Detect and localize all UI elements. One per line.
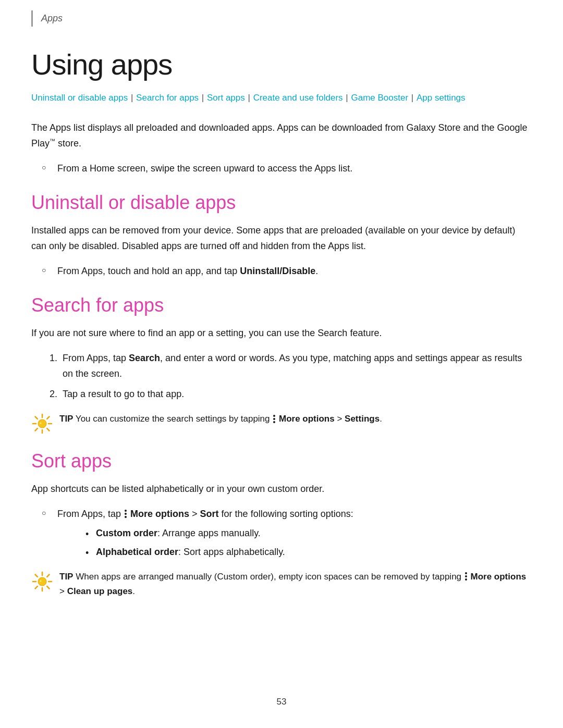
- svg-line-15: [35, 574, 38, 576]
- nav-link-game-booster[interactable]: Game Booster: [351, 93, 409, 103]
- nav-links-container: Uninstall or disable apps | Search for a…: [31, 91, 532, 105]
- sort-sub-item-alpha: Alphabetical order: Sort apps alphabetic…: [83, 545, 532, 560]
- svg-line-7: [47, 417, 49, 419]
- intro-paragraph: The Apps list displays all preloaded and…: [31, 120, 532, 151]
- svg-point-10: [38, 577, 46, 586]
- breadcrumb: Apps: [41, 13, 63, 23]
- sort-sub-item-custom: Custom order: Arrange apps manually.: [83, 526, 532, 541]
- svg-line-5: [35, 417, 38, 419]
- sort-sub-bullet-list: Custom order: Arrange apps manually. Alp…: [83, 526, 532, 560]
- tip-icon-search: [31, 413, 53, 435]
- svg-line-16: [47, 586, 49, 588]
- page-number: 53: [0, 697, 563, 707]
- section-heading-search: Search for apps: [31, 294, 532, 316]
- tip-search-text: TIP You can customize the search setting…: [59, 412, 382, 426]
- more-options-icon-1: [273, 415, 275, 423]
- intro-bullet-item: From a Home screen, swipe the screen upw…: [31, 161, 532, 177]
- tip-sort: TIP When apps are arranged manually (Cus…: [31, 570, 532, 599]
- tip-label-2: TIP: [59, 572, 73, 582]
- tip-label: TIP: [59, 414, 73, 424]
- section-heading-uninstall: Uninstall or disable apps: [31, 192, 532, 214]
- tip-search: TIP You can customize the search setting…: [31, 412, 532, 435]
- svg-point-0: [38, 419, 46, 428]
- more-options-icon-3: [465, 572, 467, 581]
- section-heading-sort: Sort apps: [31, 450, 532, 472]
- more-options-icon-2: [125, 510, 127, 518]
- svg-line-8: [35, 428, 38, 430]
- sort-circle-list: From Apps, tap More options > Sort for t…: [31, 507, 532, 560]
- search-step-1: From Apps, tap Search, and enter a word …: [60, 351, 532, 381]
- nav-link-sort[interactable]: Sort apps: [207, 93, 245, 103]
- uninstall-body-text: Installed apps can be removed from your …: [31, 223, 532, 254]
- svg-line-6: [47, 428, 49, 430]
- nav-link-app-settings[interactable]: App settings: [417, 93, 466, 103]
- nav-link-uninstall[interactable]: Uninstall or disable apps: [31, 93, 128, 103]
- nav-link-search[interactable]: Search for apps: [136, 93, 199, 103]
- svg-point-9: [40, 423, 42, 424]
- svg-line-17: [47, 574, 49, 576]
- uninstall-bullet-item: From Apps, touch and hold an app, and ta…: [31, 264, 532, 279]
- tip-sort-text: TIP When apps are arranged manually (Cus…: [59, 570, 532, 599]
- uninstall-bullet-list: From Apps, touch and hold an app, and ta…: [31, 264, 532, 279]
- sort-circle-item: From Apps, tap More options > Sort for t…: [31, 507, 532, 560]
- search-step-2: Tap a result to go to that app.: [60, 387, 532, 402]
- sort-body-text: App shortcuts can be listed alphabetical…: [31, 482, 532, 497]
- nav-link-folders[interactable]: Create and use folders: [253, 93, 343, 103]
- page-title: Using apps: [31, 47, 532, 81]
- svg-line-18: [35, 586, 38, 588]
- search-body-text: If you are not sure where to find an app…: [31, 326, 532, 341]
- intro-bullet-list: From a Home screen, swipe the screen upw…: [31, 161, 532, 177]
- svg-point-19: [40, 580, 42, 582]
- search-numbered-list: From Apps, tap Search, and enter a word …: [31, 351, 532, 402]
- tip-icon-sort: [31, 571, 53, 593]
- page-header: Apps: [31, 10, 532, 27]
